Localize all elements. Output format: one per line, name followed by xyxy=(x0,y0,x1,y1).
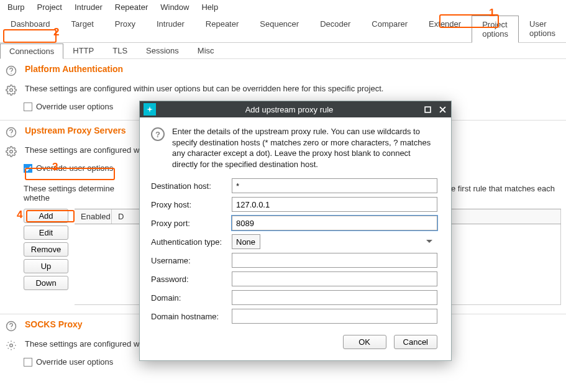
help-icon[interactable] xyxy=(5,65,17,77)
edit-button[interactable]: Edit xyxy=(24,226,68,240)
proxy-host-label: Proxy host: xyxy=(151,200,232,209)
platform-auth-override-label: Override user options xyxy=(36,102,113,111)
gear-icon[interactable] xyxy=(5,145,17,158)
tab-sequencer[interactable]: Sequencer xyxy=(249,15,309,42)
svg-point-5 xyxy=(10,150,13,153)
help-icon[interactable] xyxy=(5,126,17,139)
dialog-help-text: Enter the details of the upstream proxy … xyxy=(172,126,437,170)
dest-host-label: Destination host: xyxy=(151,181,232,191)
menu-help[interactable]: Help xyxy=(198,1,226,13)
subtab-misc[interactable]: Misc xyxy=(188,43,224,58)
auth-type-select[interactable]: None xyxy=(232,234,260,249)
platform-auth-title: Platform Authentication xyxy=(25,64,561,74)
svg-point-2 xyxy=(10,88,13,91)
dialog-title: Add upstream proxy rule xyxy=(161,105,418,114)
tab-target[interactable]: Target xyxy=(61,15,104,42)
socks-override-checkbox[interactable] xyxy=(24,358,32,367)
remove-button[interactable]: Remove xyxy=(24,242,68,257)
subtab-http[interactable]: HTTP xyxy=(63,43,103,58)
close-icon[interactable] xyxy=(437,104,447,114)
upstream-desc2-left: These settings determine whethe xyxy=(24,184,133,203)
tab-user-options[interactable]: User options xyxy=(519,15,566,42)
platform-auth-desc: These settings are configured within use… xyxy=(25,84,561,93)
svg-point-8 xyxy=(10,344,13,347)
gear-icon[interactable] xyxy=(5,339,17,352)
menu-intruder[interactable]: Intruder xyxy=(71,1,110,13)
svg-point-7 xyxy=(11,329,11,329)
tab-intruder[interactable]: Intruder xyxy=(146,15,195,42)
proxy-host-input[interactable] xyxy=(232,197,437,212)
tab-repeater[interactable]: Repeater xyxy=(195,15,249,42)
svg-point-1 xyxy=(11,73,11,74)
ok-button[interactable]: OK xyxy=(343,335,386,349)
auth-type-label: Authentication type: xyxy=(151,237,232,247)
upstream-button-column: Add Edit Remove Up Down xyxy=(24,209,68,305)
subtab-connections[interactable]: Connections xyxy=(0,43,63,59)
menubar: Burp Project Intruder Repeater Window He… xyxy=(0,0,566,15)
annot-2: 2 xyxy=(53,26,59,39)
password-input[interactable] xyxy=(232,271,437,286)
domain-hostname-input[interactable] xyxy=(232,309,437,324)
menu-burp[interactable]: Burp xyxy=(4,1,32,13)
annot-3: 3 xyxy=(52,161,58,173)
tab-extender[interactable]: Extender xyxy=(418,15,472,42)
up-button[interactable]: Up xyxy=(24,259,68,273)
proxy-port-input[interactable] xyxy=(232,216,437,230)
upstream-override-checkbox[interactable] xyxy=(24,164,32,173)
help-icon[interactable] xyxy=(5,320,17,332)
gear-icon[interactable] xyxy=(5,84,17,96)
add-upstream-proxy-dialog: Add upstream proxy rule ? Enter the deta… xyxy=(139,101,452,361)
upstream-override-label: Override user options xyxy=(36,163,113,173)
username-label: Username: xyxy=(151,256,232,265)
main-tabs: Dashboard Target Proxy Intruder Repeater… xyxy=(0,15,566,43)
menu-repeater[interactable]: Repeater xyxy=(111,1,155,13)
add-button[interactable]: Add xyxy=(24,209,68,223)
tab-dashboard[interactable]: Dashboard xyxy=(0,15,61,42)
subtabs: Connections HTTP TLS Sessions Misc xyxy=(0,43,566,59)
down-button[interactable]: Down xyxy=(24,276,68,290)
svg-rect-9 xyxy=(425,107,431,112)
maximize-icon[interactable] xyxy=(422,104,432,114)
svg-point-4 xyxy=(11,135,11,135)
domain-hostname-label: Domain hostname: xyxy=(151,312,232,321)
cancel-button[interactable]: Cancel xyxy=(394,335,437,349)
platform-auth-override-checkbox[interactable] xyxy=(24,103,32,111)
tab-proxy[interactable]: Proxy xyxy=(104,15,146,42)
annot-1: 1 xyxy=(489,7,495,19)
app-icon xyxy=(144,103,156,116)
tab-project-options[interactable]: Project options xyxy=(472,16,519,43)
proxy-port-label: Proxy port: xyxy=(151,219,232,228)
subtab-sessions[interactable]: Sessions xyxy=(137,43,188,58)
dialog-titlebar[interactable]: Add upstream proxy rule xyxy=(140,101,451,117)
menu-project[interactable]: Project xyxy=(33,1,69,13)
menu-window[interactable]: Window xyxy=(157,1,196,13)
socks-override-label: Override user options xyxy=(36,357,113,367)
subtab-tls[interactable]: TLS xyxy=(103,43,137,58)
help-icon[interactable]: ? xyxy=(151,127,165,141)
dest-host-input[interactable] xyxy=(232,178,437,193)
tab-decoder[interactable]: Decoder xyxy=(309,15,361,42)
tab-comparer[interactable]: Comparer xyxy=(361,15,418,42)
annot-4: 4 xyxy=(17,209,22,221)
password-label: Password: xyxy=(151,275,232,284)
domain-input[interactable] xyxy=(232,290,437,305)
domain-label: Domain: xyxy=(151,293,232,303)
username-input[interactable] xyxy=(232,253,437,268)
th-enabled[interactable]: Enabled xyxy=(75,209,112,224)
